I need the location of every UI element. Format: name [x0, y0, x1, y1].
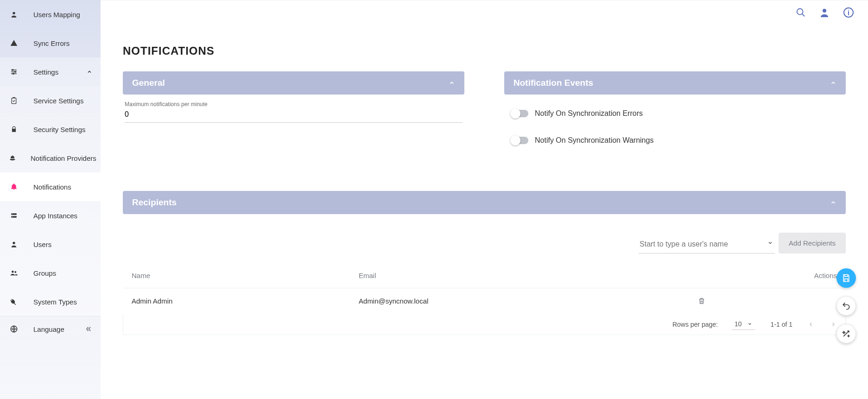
sidebar-item-label: Users Mapping [33, 11, 92, 19]
bell-icon [8, 183, 19, 191]
chevron-up-icon [830, 199, 836, 206]
hand-bell-icon [8, 154, 17, 162]
clipboard-icon [8, 96, 19, 105]
svg-rect-6 [11, 216, 17, 218]
max-notifications-input[interactable] [125, 108, 463, 123]
rows-per-page-label: Rows per page: [672, 321, 718, 328]
sliders-icon [8, 68, 19, 76]
rows-per-page-select[interactable]: 10 [732, 318, 755, 330]
field-label: Maximum notifications per minute [125, 101, 463, 108]
col-name: Name [123, 263, 351, 288]
panel-header-events[interactable]: Notification Events [504, 71, 846, 95]
toggle-switch[interactable] [511, 137, 528, 144]
sidebar-item-sync-errors[interactable]: Sync Errors [0, 29, 101, 57]
panel-notification-events: Notification Events Notify On Synchroniz… [504, 71, 846, 163]
users-icon [8, 269, 19, 277]
col-email: Email [350, 263, 690, 288]
chevron-up-icon [87, 69, 92, 75]
sidebar-item-label: Security Settings [33, 126, 92, 133]
chevron-up-icon [830, 80, 836, 86]
delete-recipient-button[interactable] [698, 297, 837, 305]
panel-header-recipients[interactable]: Recipients [123, 191, 846, 214]
sidebar-footer-label[interactable]: Language [33, 325, 64, 333]
panel-header-label: General [132, 78, 165, 88]
sidebar: Users Mapping Sync Errors Settings Servi… [0, 0, 101, 399]
rows-per-page-value: 10 [735, 320, 742, 328]
svg-point-3 [13, 73, 14, 75]
undo-fab[interactable] [836, 296, 856, 316]
warning-icon [8, 39, 19, 47]
cell-email: Admin@syncnow.local [350, 288, 690, 314]
panel-recipients: Recipients Add Recipients Name [123, 191, 846, 335]
sidebar-item-label: System Types [33, 298, 92, 306]
sidebar-item-users[interactable]: Users [0, 230, 101, 259]
topbar [796, 7, 854, 18]
recipients-controls: Add Recipients [123, 233, 846, 253]
sidebar-item-security-settings[interactable]: Security Settings [0, 115, 101, 144]
toggle-label: Notify On Synchronization Errors [535, 109, 643, 118]
sidebar-item-system-types[interactable]: System Types [0, 287, 101, 316]
svg-point-11 [14, 271, 16, 273]
panel-header-label: Notification Events [513, 78, 593, 88]
svg-rect-5 [11, 213, 17, 215]
next-page-button[interactable] [830, 321, 836, 328]
user-icon [8, 241, 19, 248]
field-max-notifications: Maximum notifications per minute [125, 101, 463, 123]
table-footer: Rows per page: 10 1-1 of 1 [123, 314, 846, 335]
floating-actions [836, 268, 856, 343]
sidebar-item-notification-providers[interactable]: Notification Providers [0, 144, 101, 172]
collapse-sidebar-icon[interactable] [85, 326, 92, 332]
svg-point-1 [12, 70, 13, 71]
sidebar-item-settings[interactable]: Settings [0, 57, 101, 86]
sidebar-item-app-instances[interactable]: App Instances [0, 201, 101, 230]
table-row: Admin Admin Admin@syncnow.local [123, 288, 846, 314]
info-icon[interactable] [843, 7, 854, 18]
sidebar-item-label: Groups [33, 269, 92, 277]
save-fab[interactable] [836, 268, 856, 288]
sidebar-item-groups[interactable]: Groups [0, 259, 101, 287]
user-icon [8, 11, 19, 18]
main-content: NOTIFICATIONS General Maximum notificati… [101, 0, 868, 399]
sidebar-item-label: Sync Errors [33, 39, 92, 47]
globe-icon [8, 325, 19, 333]
sidebar-item-label: Notifications [33, 183, 92, 191]
sidebar-item-service-settings[interactable]: Service Settings [0, 86, 101, 115]
sidebar-item-notifications[interactable]: Notifications [0, 172, 101, 201]
panel-header-label: Recipients [132, 197, 177, 208]
svg-point-7 [12, 214, 13, 215]
lock-icon [8, 126, 19, 133]
user-menu-icon[interactable] [819, 7, 830, 18]
svg-point-13 [797, 9, 803, 15]
plug-icon [8, 298, 19, 306]
toggle-label: Notify On Synchronization Warnings [535, 136, 653, 145]
sidebar-item-label: Settings [33, 68, 87, 76]
sidebar-item-label: App Instances [33, 212, 92, 220]
pagination-range: 1-1 of 1 [771, 321, 792, 328]
svg-point-8 [12, 216, 13, 217]
sidebar-item-label: Notification Providers [31, 154, 96, 162]
add-recipients-button[interactable]: Add Recipients [779, 233, 846, 253]
col-actions: Actions [690, 263, 846, 288]
svg-point-2 [14, 71, 16, 73]
toggle-switch[interactable] [511, 110, 528, 117]
svg-point-0 [13, 12, 15, 14]
panel-general: General Maximum notifications per minute [123, 71, 464, 163]
sidebar-settings-submenu: Service Settings Security Settings Notif… [0, 86, 101, 316]
svg-point-9 [13, 242, 15, 244]
magic-fab[interactable] [836, 324, 856, 343]
sidebar-item-users-mapping[interactable]: Users Mapping [0, 0, 101, 29]
search-icon[interactable] [796, 7, 806, 18]
page-title: NOTIFICATIONS [123, 44, 846, 57]
recipient-picker-input[interactable] [639, 235, 775, 253]
sidebar-item-label: Users [33, 241, 92, 248]
svg-point-10 [12, 271, 14, 273]
chevron-up-icon [449, 80, 455, 86]
svg-point-14 [823, 9, 826, 13]
panel-header-general[interactable]: General [123, 71, 464, 95]
toggle-notify-sync-errors: Notify On Synchronization Errors [511, 109, 844, 118]
cell-name: Admin Admin [123, 288, 351, 314]
recipients-table: Name Email Actions Admin Admin Admin@syn… [123, 263, 846, 314]
prev-page-button[interactable] [808, 321, 814, 328]
toggle-notify-sync-warnings: Notify On Synchronization Warnings [511, 136, 844, 145]
sidebar-item-label: Service Settings [33, 97, 92, 105]
